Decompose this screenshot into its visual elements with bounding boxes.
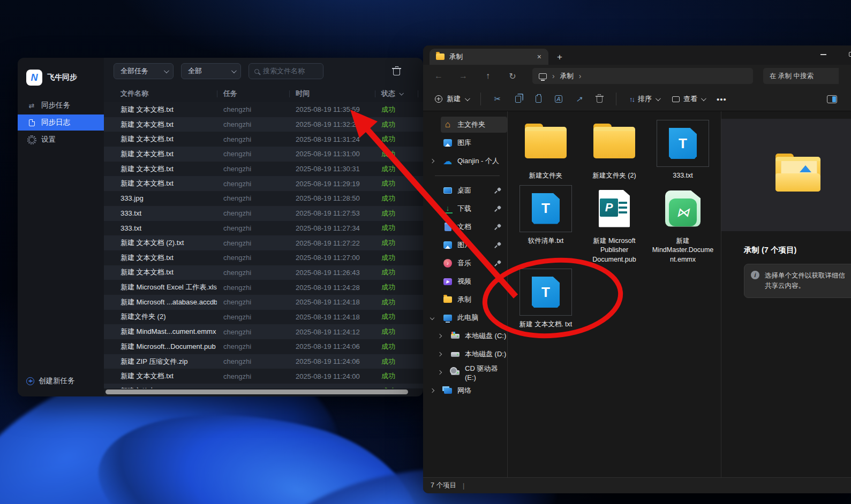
sidebar-item-同步日志[interactable]: 同步日志 <box>18 114 104 131</box>
sidebar-item-Qianjin - 个人[interactable]: ☁Qianjin - 个人 <box>423 152 507 170</box>
sidebar-item-同步任务[interactable]: ⇄同步任务 <box>18 97 104 113</box>
cut-button[interactable]: ✂ <box>488 91 507 107</box>
log-event: 上 <box>418 282 423 292</box>
delete-button[interactable] <box>590 91 608 107</box>
column-header-4[interactable]: 状态 <box>375 89 418 98</box>
table-row[interactable]: 333.txtchengzhi2025-08-19 11:27:34成功重 <box>104 221 423 236</box>
table-row[interactable]: 新建 文本文档.txtchengzhi2025-08-19 11:29:19成功… <box>104 176 423 191</box>
sidebar-item-设置[interactable]: 设置 <box>18 132 104 148</box>
paste-button[interactable] <box>529 91 547 107</box>
back-button[interactable]: ← <box>426 71 451 81</box>
chevron-right-icon[interactable] <box>436 371 443 374</box>
table-row[interactable]: 新建 文本文档.txtchengzhi2025-08-19 11:35:59成功… <box>104 102 423 117</box>
new-item-button[interactable]: 新建 <box>431 94 473 104</box>
log-status: 成功 <box>375 209 418 218</box>
log-event: 上 <box>418 297 423 307</box>
file-tile[interactable]: 新建文件夹 <box>513 120 578 181</box>
table-row[interactable]: 新建 文本文档.txtchengzhi2025-08-19 11:31:24成功… <box>104 132 423 147</box>
sidebar-item-本地磁盘 (D:)[interactable]: 本地磁盘 (D:) <box>423 345 507 363</box>
sidebar-item-图库[interactable]: 图库 <box>423 134 507 152</box>
file-tile[interactable]: T软件清单.txt <box>513 185 578 265</box>
sidebar-item-CD 驱动器 (E:)[interactable]: CD 驱动器 (E:) <box>423 363 507 381</box>
preview-thumbnail <box>721 119 851 231</box>
table-row[interactable]: 新建 Microsoft...Document.pubchengzhi2025-… <box>104 339 423 354</box>
breadcrumb-segment[interactable]: 承制 <box>560 72 574 81</box>
sidebar-item-音乐[interactable]: ♪音乐 <box>423 254 507 272</box>
sidebar-item-此电脑[interactable]: 此电脑 <box>423 309 507 327</box>
sort-label: 排序 <box>638 94 652 104</box>
minimize-button[interactable] <box>820 54 826 55</box>
sidebar-item-视频[interactable]: ▶视频 <box>423 272 507 291</box>
column-header-5[interactable]: 事 <box>418 89 423 98</box>
table-row[interactable]: 新建 文本文档.txtchengzhi2025-08-19 11:27:00成功… <box>104 250 423 265</box>
pin-icon <box>495 261 501 266</box>
task-filter-select[interactable]: 全部任务 <box>114 63 174 79</box>
sidebar-item-本地磁盘 (C:)[interactable]: 本地磁盘 (C:) <box>423 327 507 345</box>
sidebar-item-图片[interactable]: 图片 <box>423 236 507 254</box>
table-row[interactable]: 新建 文本文档 (2).txtchengzhi2025-08-19 11:27:… <box>104 235 423 250</box>
rename-button[interactable]: A <box>549 91 568 107</box>
file-tile[interactable]: P新建 Microsoft Publisher Document.pub <box>582 185 647 265</box>
table-row[interactable]: 新建 Microsoft Excel 工作表.xlsxchengzhi2025-… <box>104 280 423 295</box>
file-tile[interactable]: ⋈新建 MindMaster.Document.emmx <box>650 185 716 265</box>
table-row[interactable]: 新建 文本文档.txtchengzhi2025-08-19 11:32:22成功… <box>104 117 423 132</box>
table-row[interactable]: 新建 MindMast...cument.emmxchengzhi2025-08… <box>104 324 423 339</box>
explorer-search-input[interactable]: 在 承制 中搜索 <box>763 68 839 84</box>
tab-close-button[interactable]: × <box>534 52 544 61</box>
details-pane-toggle[interactable] <box>827 95 837 103</box>
chevron-right-icon[interactable] <box>436 353 443 356</box>
log-search-input[interactable]: 搜索文件名称 <box>248 63 323 79</box>
sidebar-item-桌面[interactable]: 桌面 <box>423 181 507 200</box>
table-row[interactable]: 新建文件夹chengzhi2025-08-19 11:2成功 <box>104 384 423 388</box>
sidebar-item-下载[interactable]: ↓下载 <box>423 200 507 218</box>
log-event: 上 <box>418 357 423 366</box>
table-row[interactable]: 新建 文本文档.txtchengzhi2025-08-19 11:30:31成功… <box>104 162 423 177</box>
table-row[interactable]: 333.txtchengzhi2025-08-19 11:27:53成功上 <box>104 206 423 221</box>
table-row[interactable]: 新建文件夹 (2)chengzhi2025-08-19 11:24:18成功上 <box>104 310 423 325</box>
refresh-button[interactable]: ↻ <box>500 71 525 81</box>
sidebar-item-网络[interactable]: 网络 <box>423 381 507 400</box>
column-header-3[interactable]: 时间 <box>289 89 375 98</box>
delete-logs-button[interactable] <box>393 67 401 75</box>
forward-button[interactable]: → <box>451 71 476 81</box>
up-button[interactable]: ↑ <box>476 71 500 81</box>
copy-button[interactable] <box>509 91 527 107</box>
share-button[interactable]: ↗ <box>570 91 588 107</box>
status-filter-select[interactable]: 全部 <box>181 63 241 79</box>
file-tile[interactable]: T新建 文本文档. txt <box>513 269 578 330</box>
file-icon: T <box>519 185 572 232</box>
table-row[interactable]: 新建 文本文档.txtchengzhi2025-08-19 11:26:43成功… <box>104 265 423 280</box>
chevron-right-icon[interactable] <box>428 159 436 163</box>
breadcrumb[interactable]: › 承制 › <box>532 68 753 84</box>
table-row[interactable]: 新建 文本文档.txtchengzhi2025-08-19 11:24:00成功… <box>104 369 423 384</box>
scrollbar-thumb[interactable] <box>106 390 408 394</box>
table-row[interactable]: 新建 ZIP 压缩文件.zipchengzhi2025-08-19 11:24:… <box>104 354 423 369</box>
file-tile[interactable]: 新建文件夹 (2) <box>582 120 647 181</box>
log-time: 2025-08-19 11:32:22 <box>289 120 375 128</box>
music-icon: ♪ <box>443 258 453 268</box>
new-tab-button[interactable]: + <box>557 52 562 63</box>
log-event: 上 <box>418 194 423 203</box>
chevron-down-icon[interactable] <box>428 316 436 319</box>
chevron-right-icon[interactable] <box>428 389 436 392</box>
explorer-tab[interactable]: 承制 × <box>430 49 548 65</box>
sidebar-item-文档[interactable]: 文档 <box>423 218 507 236</box>
file-tile[interactable]: T333.txt <box>650 120 716 181</box>
log-status: 成功 <box>375 297 418 307</box>
maximize-button[interactable] <box>849 52 851 57</box>
sort-button[interactable]: ↑↓ 排序 <box>624 94 665 104</box>
sidebar-item-label: 此电脑 <box>457 313 478 323</box>
column-header-1[interactable]: 文件名称 <box>121 89 217 98</box>
log-status: 成功 <box>375 238 418 248</box>
create-task-button[interactable]: 创建新任务 <box>18 369 104 396</box>
sidebar-item-主文件夹[interactable]: ⌂主文件夹 <box>423 116 507 134</box>
view-button[interactable]: 查看 <box>667 94 710 104</box>
chevron-right-icon[interactable] <box>436 334 443 338</box>
horizontal-scrollbar[interactable] <box>104 388 423 395</box>
sidebar-item-承制[interactable]: 承制 <box>423 291 507 309</box>
table-row[interactable]: 333.jpgchengzhi2025-08-19 11:28:50成功上 <box>104 191 423 206</box>
more-options-button[interactable]: ••• <box>712 95 731 104</box>
column-header-2[interactable]: 任务 <box>217 89 289 98</box>
table-row[interactable]: 新建 文本文档.txtchengzhi2025-08-19 11:31:00成功… <box>104 147 423 162</box>
table-row[interactable]: 新建 Microsoft ...atabase.accdbchengzhi202… <box>104 295 423 310</box>
